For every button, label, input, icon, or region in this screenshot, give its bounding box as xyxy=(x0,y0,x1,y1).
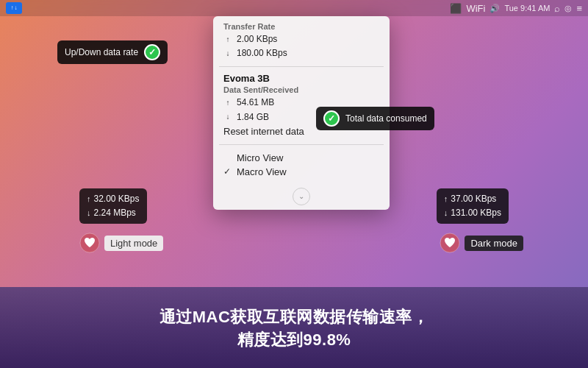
data-received-value: 1.84 GB xyxy=(237,110,269,124)
light-mode-container[interactable]: Light mode xyxy=(79,233,163,253)
total-check-icon xyxy=(323,110,340,127)
right-download-arrow: ↓ xyxy=(444,207,448,220)
right-download-value: 131.00 KBps xyxy=(451,206,501,220)
upload-rate-row: ↑ 2.00 KBps xyxy=(223,32,379,46)
reset-label: Reset internet data xyxy=(223,126,304,137)
right-upload-value: 37.00 KBps xyxy=(451,192,496,206)
received-arrow-icon: ↓ xyxy=(223,111,232,123)
updown-rate-label: Up/Down data rate xyxy=(65,47,138,57)
left-download-arrow: ↓ xyxy=(87,207,91,220)
download-rate-row: ↓ 180.00 KBps xyxy=(223,46,379,60)
upload-arrow-icon: ↑ xyxy=(223,34,232,46)
right-download-row: ↓ 131.00 KBps xyxy=(444,206,501,220)
dark-mode-heart-icon xyxy=(440,233,460,253)
light-mode-label: Light mode xyxy=(104,236,163,251)
menu-icon[interactable]: ≡ xyxy=(576,3,582,14)
light-mode-heart-icon xyxy=(79,233,100,253)
menubar: ↑ ↓ ⬛ WiFi 🔊 Tue 9:41 AM ⌕ ◎ ≡ xyxy=(0,0,588,16)
total-data-badge: Total data consumed xyxy=(316,107,434,130)
dark-mode-container[interactable]: Dark mode xyxy=(440,233,523,253)
device-section: Evoma 3B Data Sent/Received ↑ 54.61 MB ↓… xyxy=(213,67,390,144)
wifi-icon: WiFi xyxy=(466,3,485,14)
device-name: Evoma 3B xyxy=(223,73,379,84)
volume-icon: 🔊 xyxy=(490,4,500,13)
macro-check-icon: ✓ xyxy=(223,166,234,177)
micro-view-label: Micro View xyxy=(237,152,283,163)
left-upload-value: 32.00 KBps xyxy=(94,192,140,206)
bottom-banner: 通过MAC获取互联网数据传输速率， 精度达到99.8% xyxy=(0,287,588,368)
total-data-label: Total data consumed xyxy=(345,113,427,124)
left-upload-arrow: ↑ xyxy=(87,193,91,206)
airplay-icon: ⬛ xyxy=(450,3,462,14)
data-sent-received-label: Data Sent/Received xyxy=(223,85,379,94)
left-download-row: ↓ 2.24 MBps xyxy=(87,206,140,220)
siri-icon[interactable]: ◎ xyxy=(564,4,572,13)
right-upload-arrow: ↑ xyxy=(444,193,448,206)
download-rate-value: 180.00 KBps xyxy=(237,46,287,60)
expand-button-container: ⌄ xyxy=(213,185,390,210)
download-arrow-icon: ↓ xyxy=(223,48,232,60)
chevron-down-icon: ⌄ xyxy=(298,192,304,200)
upload-rate-value: 2.00 KBps xyxy=(237,32,277,46)
network-monitor-icon[interactable]: ↑ ↓ xyxy=(6,2,22,14)
expand-button[interactable]: ⌄ xyxy=(293,188,310,205)
clock: Tue 9:41 AM xyxy=(504,4,550,13)
data-sent-value: 54.61 MB xyxy=(237,96,274,110)
updown-rate-badge: Up/Down data rate xyxy=(57,40,168,64)
view-options-section: Micro View ✓ Macro View xyxy=(213,145,390,185)
left-upload-row: ↑ 32.00 KBps xyxy=(87,192,140,206)
updown-check-icon xyxy=(144,44,160,60)
menubar-right: ⬛ WiFi 🔊 Tue 9:41 AM ⌕ ◎ ≡ xyxy=(450,3,582,14)
right-upload-row: ↑ 37.00 KBps xyxy=(444,192,501,206)
left-speed-box: ↑ 32.00 KBps ↓ 2.24 MBps xyxy=(79,188,147,224)
banner-line-1: 通过MAC获取互联网数据传输速率， xyxy=(159,305,429,329)
banner-line-2: 精度达到99.8% xyxy=(237,329,351,351)
left-download-value: 2.24 MBps xyxy=(94,206,136,220)
macro-view-item[interactable]: ✓ Macro View xyxy=(223,165,379,179)
menubar-left: ↑ ↓ xyxy=(6,2,22,14)
search-icon[interactable]: ⌕ xyxy=(554,3,560,14)
right-speed-box: ↑ 37.00 KBps ↓ 131.00 KBps xyxy=(437,188,509,224)
micro-view-item[interactable]: Micro View xyxy=(223,151,379,165)
sent-arrow-icon: ↑ xyxy=(223,97,232,109)
macro-view-label: Macro View xyxy=(237,166,287,177)
transfer-rate-label: Transfer Rate xyxy=(223,22,379,31)
dark-mode-label: Dark mode xyxy=(465,236,523,251)
transfer-rate-section: Transfer Rate ↑ 2.00 KBps ↓ 180.00 KBps xyxy=(213,16,390,66)
